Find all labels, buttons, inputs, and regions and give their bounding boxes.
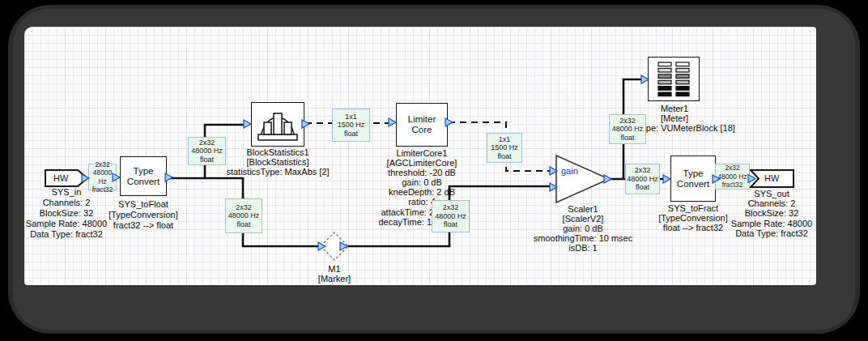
- wire-label-in-to-convert: 2x32 48000 Hz fract32: [88, 164, 117, 190]
- block-text: Limiter Core: [408, 114, 436, 135]
- designer-canvas-window: Type Convert Limiter Core: [0, 0, 868, 341]
- histogram-icon: [255, 106, 300, 143]
- block-type-convert-in[interactable]: Type Convert: [120, 156, 167, 196]
- caption-scaler: Scaler1 [ScalerV2] gain: 0 dB smoothingT…: [534, 204, 632, 253]
- block-blockstatistics[interactable]: [251, 102, 304, 147]
- caption-sys-out: SYS_out Channels: 2 BlockSize: 32 Sample…: [731, 189, 812, 238]
- block-meter[interactable]: [648, 57, 700, 101]
- wire-label-to-blockstats: 2x32 48000 Hz float: [188, 137, 226, 165]
- wire-label-scaler-to-convert: 2x32 48000 Hz float: [625, 164, 660, 194]
- scaler-gain-pin-label: gain: [561, 166, 578, 176]
- vu-meter-icon: [652, 60, 696, 99]
- block-type-convert-out[interactable]: Type Convert: [670, 156, 716, 202]
- block-text: Type Convert: [127, 166, 160, 187]
- hw-input-label: HW: [53, 173, 68, 183]
- hw-output-label: HW: [764, 173, 779, 183]
- caption-type-convert-out: SYS_toFract [TypeConversion] float --> f…: [658, 203, 728, 233]
- wire-label-convert-to-out: 2x32 48000 Hz fract32: [715, 164, 750, 190]
- wire-label-stats-to-limiter: 1x1 1500 Hz float: [332, 109, 370, 142]
- block-text: Type Convert: [677, 168, 709, 190]
- wire-label-scaler-to-meter: 2x32 48000 Hz float: [609, 114, 646, 144]
- block-limiter-core[interactable]: Limiter Core: [396, 103, 448, 147]
- wire-label-to-marker: 2x32 48000 Hz float: [225, 198, 262, 233]
- wire-label-limiter-to-scaler: 1x1 1500 Hz float: [487, 133, 522, 163]
- caption-type-convert-in: SYS_toFloat [TypeConversion] fract32 -->…: [108, 199, 178, 232]
- caption-blockstatistics: BlockStatistics1 [BlockStatistics] stati…: [226, 147, 329, 177]
- caption-sys-in: SYS_in Channels: 2 BlockSize: 32 Sample …: [26, 187, 107, 240]
- wire-label-marker-to-scaler: 2x32 48000 Hz float: [432, 200, 470, 232]
- caption-marker: M1 [Marker]: [318, 264, 351, 283]
